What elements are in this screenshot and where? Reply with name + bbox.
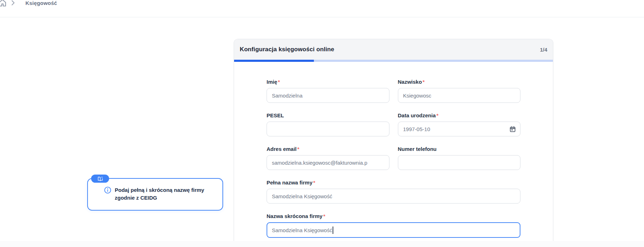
field-birth-date: Data urodzenia* xyxy=(398,112,521,136)
company-full-name-input[interactable] xyxy=(267,189,520,204)
field-company-short-name: Nazwa skrócona firmy* Samodzielna Księgo… xyxy=(267,213,520,238)
pesel-label: PESEL xyxy=(267,112,389,118)
field-first-name: Imię* xyxy=(267,79,389,103)
calendar-icon[interactable] xyxy=(509,125,517,133)
company-short-name-label: Nazwa skrócona firmy* xyxy=(267,213,520,219)
company-short-name-input[interactable]: Samodzielna Księgowość xyxy=(267,222,520,238)
wizard-form: Imię* Nazwisko* PESEL Data urodzenia* xyxy=(234,62,553,247)
book-sparkle-icon xyxy=(91,175,109,183)
field-phone: Numer telefonu xyxy=(398,146,521,170)
company-full-name-label: Pełna nazwa firmy* xyxy=(267,180,520,186)
phone-input[interactable] xyxy=(398,155,521,170)
tooltip-text: Podaj pełną i skróconą nazwę firmy zgodn… xyxy=(115,186,204,202)
required-marker: * xyxy=(436,112,439,118)
field-last-name: Nazwisko* xyxy=(398,79,521,103)
required-marker: * xyxy=(313,180,315,186)
text-cursor xyxy=(333,227,333,234)
step-indicator: 1/4 xyxy=(540,47,547,53)
required-marker: * xyxy=(278,79,280,85)
email-input[interactable] xyxy=(267,155,389,170)
required-marker: * xyxy=(323,213,325,219)
field-pesel: PESEL xyxy=(267,112,389,136)
first-name-label: Imię* xyxy=(267,79,389,85)
phone-label: Numer telefonu xyxy=(398,146,521,152)
birth-date-input[interactable] xyxy=(398,122,521,136)
company-name-hint-tooltip: Podaj pełną i skróconą nazwę firmy zgodn… xyxy=(87,178,223,211)
company-short-name-value: Samodzielna Księgowość xyxy=(272,227,332,233)
viewport-bottom-strip xyxy=(0,241,644,247)
pesel-input[interactable] xyxy=(267,122,389,136)
info-icon xyxy=(104,187,111,202)
first-name-input[interactable] xyxy=(267,88,389,103)
last-name-input[interactable] xyxy=(398,88,521,103)
required-marker: * xyxy=(297,146,299,152)
field-company-full-name: Pełna nazwa firmy* xyxy=(267,180,520,204)
accounting-setup-card: Konfiguracja księgowości online 1/4 Imię… xyxy=(234,39,553,241)
last-name-label: Nazwisko* xyxy=(398,79,521,85)
chevron-right-icon xyxy=(10,0,16,7)
required-marker: * xyxy=(423,79,425,85)
breadcrumb-item-ksiegowosc[interactable]: Księgowość xyxy=(25,0,57,6)
home-icon[interactable] xyxy=(0,0,7,8)
breadcrumb: Księgowość xyxy=(0,0,644,17)
wizard-header: Konfiguracja księgowości online 1/4 xyxy=(234,39,553,60)
email-label: Adres email* xyxy=(267,146,389,152)
field-email: Adres email* xyxy=(267,146,389,170)
wizard-title: Konfiguracja księgowości online xyxy=(240,46,334,53)
birth-date-label: Data urodzenia* xyxy=(398,112,521,118)
